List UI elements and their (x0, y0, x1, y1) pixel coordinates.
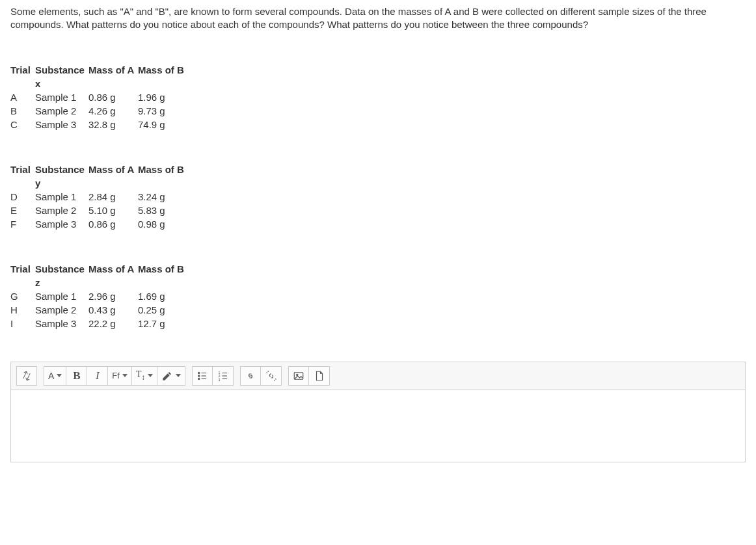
question-text: Some elements, such as "A" and "B", are … (10, 5, 746, 32)
table-row: GSample 12.96 g1.69 g (10, 289, 746, 303)
col-trial-header: Trial (10, 63, 35, 90)
cell-massB: 1.96 g (138, 90, 196, 104)
col-trial-header: Trial (10, 262, 35, 289)
table-row: DSample 12.84 g3.24 g (10, 190, 746, 204)
cell-massB: 1.69 g (138, 289, 196, 303)
col-massB-header: Mass of B (138, 163, 196, 190)
cell-sample: Sample 3 (35, 217, 88, 231)
chevron-down-icon (122, 374, 128, 377)
table-header: TrialSubstance zMass of AMass of B (10, 262, 746, 289)
cell-massB: 0.98 g (138, 217, 196, 231)
numbered-list-button[interactable]: 123 (213, 366, 234, 386)
editor-textarea[interactable] (11, 390, 745, 462)
table-row: HSample 20.43 g0.25 g (10, 303, 746, 317)
col-substance-header: Substance y (35, 163, 88, 190)
cell-sample: Sample 3 (35, 118, 88, 131)
col-substance-header: Substance z (35, 262, 88, 289)
cell-trial: B (10, 104, 35, 118)
font-color-label: A (48, 371, 54, 381)
cell-sample: Sample 2 (35, 104, 88, 118)
cell-trial: C (10, 118, 35, 131)
cell-trial: F (10, 217, 35, 231)
font-family-button[interactable]: Ff (108, 366, 132, 386)
col-massA-header: Mass of A (88, 63, 138, 90)
col-massA-header: Mass of A (88, 163, 138, 190)
cell-massA: 0.43 g (88, 303, 138, 317)
expand-icon (21, 370, 33, 382)
data-tables-container: TrialSubstance xMass of AMass of BASampl… (10, 63, 746, 330)
link-button[interactable] (240, 366, 261, 386)
table-row: BSample 24.26 g9.73 g (10, 104, 746, 118)
bullet-list-icon (196, 370, 208, 382)
image-icon (293, 370, 304, 382)
svg-text:3: 3 (218, 377, 220, 381)
cell-massA: 5.10 g (88, 204, 138, 217)
cell-trial: G (10, 289, 35, 303)
cell-massA: 2.84 g (88, 190, 138, 204)
svg-point-2 (198, 378, 200, 379)
col-trial-header: Trial (10, 163, 35, 190)
cell-massB: 0.25 g (138, 303, 196, 317)
chevron-down-icon (57, 374, 62, 377)
text-size-button[interactable]: T↕ (132, 366, 157, 386)
text-size-label: T↕ (136, 369, 145, 382)
highlight-button[interactable] (157, 366, 185, 386)
font-family-label: Ff (112, 371, 120, 380)
col-massA-header: Mass of A (88, 262, 138, 289)
table-row: ESample 25.10 g5.83 g (10, 204, 746, 217)
chevron-down-icon (148, 374, 153, 377)
chevron-down-icon (176, 374, 181, 377)
link-icon (245, 370, 256, 382)
table-header: TrialSubstance yMass of AMass of B (10, 163, 746, 190)
cell-trial: E (10, 204, 35, 217)
table-header: TrialSubstance xMass of AMass of B (10, 63, 746, 90)
cell-massB: 5.83 g (138, 204, 196, 217)
cell-sample: Sample 1 (35, 190, 88, 204)
data-table: TrialSubstance xMass of AMass of BASampl… (10, 63, 746, 131)
unlink-button[interactable] (261, 366, 282, 386)
cell-trial: H (10, 303, 35, 317)
expand-button[interactable] (16, 366, 37, 386)
rich-text-editor: A B I Ff T↕ (10, 362, 746, 462)
cell-massA: 4.26 g (88, 104, 138, 118)
cell-sample: Sample 3 (35, 317, 88, 330)
cell-massA: 22.2 g (88, 317, 138, 330)
numbered-list-icon: 123 (217, 370, 229, 382)
image-button[interactable] (288, 366, 309, 386)
col-massB-header: Mass of B (138, 63, 196, 90)
font-color-button[interactable]: A (44, 366, 66, 386)
bullet-list-button[interactable] (192, 366, 213, 386)
cell-sample: Sample 1 (35, 90, 88, 104)
table-row: ASample 10.86 g1.96 g (10, 90, 746, 104)
cell-sample: Sample 1 (35, 289, 88, 303)
col-substance-header: Substance x (35, 63, 88, 90)
editor-toolbar: A B I Ff T↕ (11, 362, 745, 390)
cell-massB: 12.7 g (138, 317, 196, 330)
svg-point-1 (198, 375, 200, 376)
italic-label: I (96, 369, 100, 382)
cell-massB: 74.9 g (138, 118, 196, 131)
cell-trial: A (10, 90, 35, 104)
svg-point-0 (198, 372, 200, 373)
unlink-icon (265, 370, 277, 382)
cell-massA: 2.96 g (88, 289, 138, 303)
cell-massB: 3.24 g (138, 190, 196, 204)
cell-massA: 32.8 g (88, 118, 138, 131)
cell-trial: D (10, 190, 35, 204)
bold-label: B (73, 369, 80, 382)
data-table: TrialSubstance yMass of AMass of BDSampl… (10, 163, 746, 231)
bold-button[interactable]: B (66, 366, 87, 386)
data-table: TrialSubstance zMass of AMass of BGSampl… (10, 262, 746, 330)
cell-massB: 9.73 g (138, 104, 196, 118)
table-row: CSample 332.8 g74.9 g (10, 118, 746, 131)
cell-sample: Sample 2 (35, 204, 88, 217)
col-massB-header: Mass of B (138, 262, 196, 289)
table-row: FSample 30.86 g0.98 g (10, 217, 746, 231)
highlight-icon (161, 370, 173, 382)
file-button[interactable] (309, 366, 330, 386)
cell-massA: 0.86 g (88, 217, 138, 231)
italic-button[interactable]: I (87, 366, 108, 386)
cell-massA: 0.86 g (88, 90, 138, 104)
cell-trial: I (10, 317, 35, 330)
file-icon (314, 370, 325, 382)
